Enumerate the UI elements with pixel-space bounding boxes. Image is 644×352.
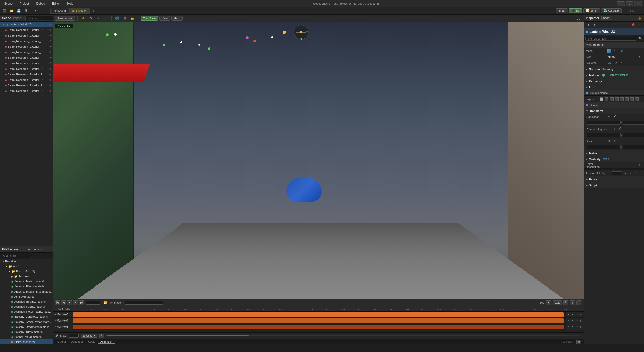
scale-y-input[interactable]: 1 bbox=[623, 145, 644, 149]
tl-stop-btn[interactable]: ■ bbox=[67, 300, 72, 305]
visibility-toggle-11[interactable]: 👁 bbox=[49, 84, 52, 87]
prop-skeleton-value[interactable]: Bistr bbox=[607, 61, 612, 65]
tl-track-delete-0[interactable]: 🗑 bbox=[579, 313, 582, 316]
tree-item-10[interactable]: ■ Bistro_Research_Exterior_Paris_Buil...… bbox=[0, 77, 53, 83]
snap-value-input[interactable]: 0.1 bbox=[69, 334, 79, 338]
script-section[interactable]: ▶ Script bbox=[584, 182, 644, 188]
layer-box-6[interactable] bbox=[630, 97, 634, 101]
fs-search-input[interactable] bbox=[2, 254, 32, 258]
open-scene-btn[interactable]: 📂 bbox=[9, 8, 15, 14]
tl-scrollbar[interactable] bbox=[106, 335, 581, 336]
editor-desc-edit-btn[interactable]: ✎ bbox=[637, 163, 642, 168]
pause-section[interactable]: ▶ Pause bbox=[584, 176, 644, 182]
tl-track-delete-1[interactable]: 🗑 bbox=[579, 319, 582, 323]
save-scene-btn[interactable]: 💾 bbox=[16, 8, 22, 14]
visibility-toggle-6[interactable]: 👁 bbox=[49, 56, 52, 59]
visibility-toggle-9[interactable]: 👁 bbox=[49, 73, 52, 76]
mesh-link-btn[interactable]: 🔗 bbox=[618, 48, 624, 54]
menu-debug[interactable]: Debug bbox=[34, 1, 47, 6]
tl-track-options-1[interactable]: ⚙ bbox=[575, 319, 578, 323]
skeleton-assign-btn[interactable]: ↗ bbox=[614, 61, 618, 65]
status-settings-btn[interactable]: ⚙ bbox=[576, 340, 581, 344]
visibility-toggle-0[interactable]: 👁 bbox=[49, 23, 52, 26]
translation-link-btn[interactable]: 🔗 bbox=[612, 115, 617, 119]
visibility-toggle-8[interactable]: 👁 bbox=[49, 68, 52, 70]
tl-more-btn[interactable]: ⋮ bbox=[570, 300, 575, 305]
tl-loop-btn[interactable]: 🔁 bbox=[102, 300, 108, 305]
tree-item-6[interactable]: ■ Bistro_Research_Exterior_Paris_Buil...… bbox=[0, 55, 53, 60]
tl-close-btn[interactable]: ✕ bbox=[576, 300, 581, 305]
software-skinning-section[interactable]: ▶ Software Skinning bbox=[584, 66, 644, 72]
window-minimize[interactable]: — bbox=[617, 1, 625, 6]
mode-3d-btn[interactable]: ⬛ 3D bbox=[569, 8, 582, 13]
tl-track-expand-2[interactable]: ▲ bbox=[567, 325, 570, 329]
visibility-toggle-10[interactable]: 👁 bbox=[49, 79, 52, 81]
insp-pin-btn[interactable]: 📌 bbox=[630, 22, 636, 27]
insp-history-fwd-btn[interactable]: ▶ bbox=[592, 22, 597, 27]
fs-item-antenna-plastic-blue[interactable]: ◉ Antenna_Plastic_Blue.material bbox=[0, 289, 53, 294]
tl-time-input[interactable]: 12.466 bbox=[86, 301, 100, 305]
fs-item-awnings-fabric[interactable]: ◉ Awnings_Fabric.material bbox=[0, 304, 53, 309]
mode-2d-btn[interactable]: ⊞ 2D bbox=[556, 8, 568, 13]
fs-item-antenna-plastic[interactable]: ◉ Antenna_Plastic.material bbox=[0, 284, 53, 289]
fs-item-antenna-metal[interactable]: ◉ Antenna_Metal.material bbox=[0, 279, 53, 284]
fullscreen-btn[interactable]: ⛶ bbox=[636, 8, 642, 14]
vp-view-btn[interactable]: View bbox=[159, 16, 170, 21]
geometry-section[interactable]: ▶ Geometry bbox=[584, 78, 644, 84]
add-tab-btn[interactable]: + bbox=[90, 8, 97, 14]
visibility2-section[interactable]: ▶ Visibility Node bbox=[584, 156, 644, 162]
scene-tab-2[interactable]: [unsaved](*) bbox=[69, 8, 90, 14]
menu-editor[interactable]: Editor bbox=[50, 1, 62, 6]
vp-rotate-tool[interactable]: ↻ bbox=[88, 16, 94, 21]
tl-track-content-1[interactable] bbox=[73, 318, 566, 324]
fs-item-awnings-beams[interactable]: ◉ Awnings_Beams.material bbox=[0, 299, 53, 304]
fs-item-favorites[interactable]: ★ Favorites: bbox=[0, 259, 53, 264]
vp-mesh-btn[interactable]: Mesh bbox=[171, 16, 183, 21]
mode-script-btn[interactable]: 📝 Script bbox=[583, 8, 600, 13]
undo-btn[interactable]: ↩ bbox=[33, 8, 39, 14]
viewport-canvas[interactable]: Perspective bbox=[53, 22, 584, 299]
fs-item-bistroexterior[interactable]: ▦ BistroExterior.fbx bbox=[0, 339, 53, 344]
vp-snap-btn[interactable]: ⊞ bbox=[122, 16, 128, 21]
visibility-toggle-2[interactable]: 👁 bbox=[49, 34, 52, 37]
tree-item-9[interactable]: ■ Bistro_Research_Exterior_Paris_Buil...… bbox=[0, 72, 53, 77]
inspector-resize-handle[interactable]: ⋯ bbox=[584, 168, 644, 170]
lod-section[interactable]: ▶ Lod bbox=[584, 84, 644, 90]
skeleton-clear-btn[interactable]: ✕ bbox=[619, 61, 624, 65]
process-priority-up-btn[interactable]: ▲ bbox=[623, 171, 628, 176]
tl-track-contract-0[interactable]: ▼ bbox=[571, 313, 574, 316]
tl-track-options-0[interactable]: ⚙ bbox=[575, 313, 578, 316]
tl-scrollbar-thumb[interactable] bbox=[106, 335, 249, 336]
translation-x-input[interactable]: -110.2 bbox=[587, 121, 621, 125]
fs-item-banner-metal[interactable]: ◉ Banner_Metal.material bbox=[0, 334, 53, 339]
scale-reset-btn[interactable]: ↺ bbox=[607, 139, 611, 143]
tl-skip-start-btn[interactable]: |◀ bbox=[55, 300, 60, 305]
visibility-toggle-7[interactable]: 👁 bbox=[49, 62, 52, 65]
tab-debugger[interactable]: Debugger bbox=[68, 340, 85, 344]
vp-move-tool[interactable]: ✜ bbox=[80, 16, 86, 21]
tree-item-1[interactable]: ■ Bistro_Research_Exterior_Paris_Buil...… bbox=[0, 27, 53, 33]
fs-item-balcony-ornaments[interactable]: ◉ Balcony_Ornaments.material bbox=[0, 324, 53, 329]
rotation-link-btn[interactable]: 🔗 bbox=[618, 127, 622, 131]
menu-project[interactable]: Project bbox=[18, 1, 31, 6]
filter-search-btn[interactable]: 🔍 bbox=[638, 36, 642, 41]
layer-box-1[interactable] bbox=[605, 97, 608, 101]
tree-item-7[interactable]: ■ Bistro_Research_Exterior_Paris_Buil...… bbox=[0, 60, 53, 66]
fs-nav-fwd-btn[interactable]: ▶ bbox=[33, 247, 37, 252]
skin-dropdown-btn[interactable]: ▼ bbox=[637, 55, 642, 59]
tree-item-4[interactable]: ■ Bistro_Research_Exterior_Paris_Buil...… bbox=[0, 44, 53, 49]
tl-settings-btn[interactable]: ⚙ bbox=[546, 300, 551, 305]
fs-item-balcony-concrete[interactable]: ◉ Balcony_Concrete.material bbox=[0, 314, 53, 319]
save-as-btn[interactable]: 🗄 bbox=[23, 8, 29, 14]
fs-item-res[interactable]: ▼ 📁 res:// bbox=[0, 264, 53, 269]
vp-select-tool[interactable]: ⛶ bbox=[103, 16, 109, 21]
vp-local-global-btn[interactable]: 🌐 bbox=[114, 16, 120, 21]
scale-x-input[interactable]: 1 bbox=[587, 145, 621, 149]
vp-transform-btn[interactable]: Transform bbox=[141, 16, 158, 21]
fs-item-balcony-trims[interactable]: ◉ Balcony_Trims.material bbox=[0, 329, 53, 334]
insp-history-back-btn[interactable]: ◀ bbox=[585, 22, 591, 27]
inspector-lock-btn[interactable]: 🔒 bbox=[637, 16, 642, 20]
transform-section-header[interactable]: ▼ Transform bbox=[584, 108, 644, 114]
tl-track-content-2[interactable] bbox=[73, 324, 566, 330]
tl-track-contract-2[interactable]: ▼ bbox=[571, 325, 574, 329]
